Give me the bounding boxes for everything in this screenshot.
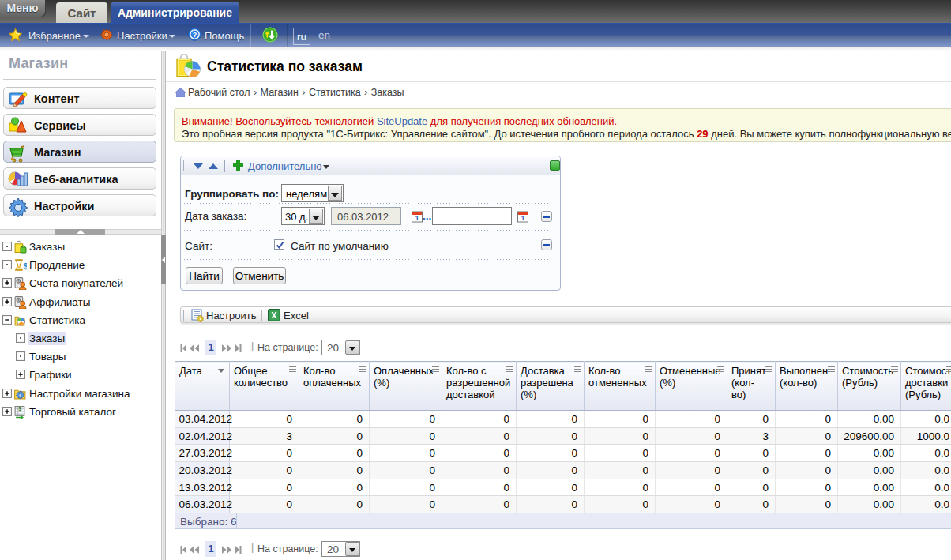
svg-text:1: 1 [415,214,419,222]
svg-text:?: ? [193,31,197,39]
svg-text:$: $ [24,261,27,272]
svg-text:1: 1 [521,214,524,222]
svg-text:$: $ [18,406,21,412]
